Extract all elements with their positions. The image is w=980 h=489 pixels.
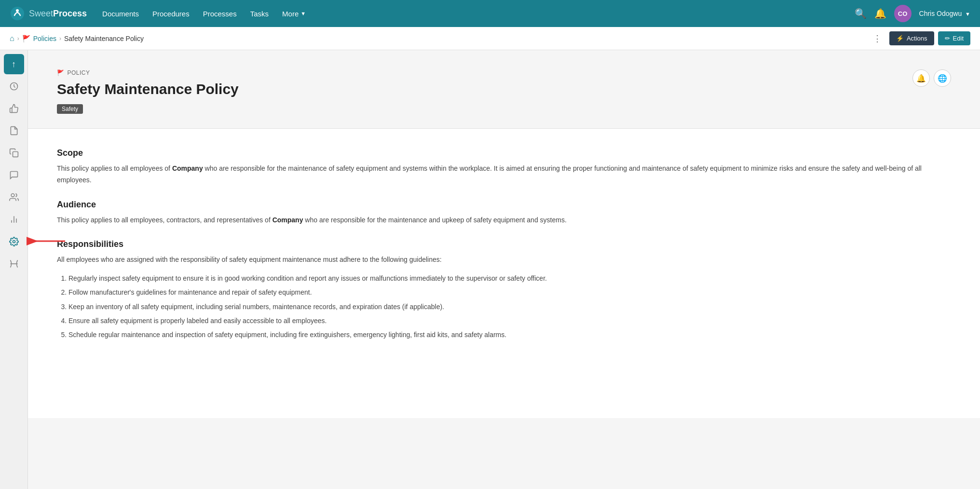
- nav-processes[interactable]: Processes: [203, 10, 237, 18]
- flag-icon: 🚩: [57, 69, 65, 76]
- sidebar-item-analytics[interactable]: [4, 209, 24, 230]
- policy-body: Scope This policy applies to all employe…: [28, 129, 980, 418]
- nav-documents[interactable]: Documents: [102, 10, 139, 18]
- breadcrumb-flag-icon: 🚩: [22, 35, 30, 42]
- responsibilities-intro: All employees who are assigned with the …: [57, 254, 951, 266]
- globe-icon: 🌐: [938, 74, 947, 83]
- lightning-icon: ⚡: [896, 35, 904, 42]
- policies-link[interactable]: Policies: [33, 35, 56, 42]
- scope-heading: Scope: [57, 148, 951, 158]
- nav-procedures[interactable]: Procedures: [152, 10, 190, 18]
- svg-point-8: [13, 241, 15, 243]
- nav-more[interactable]: More ▼: [282, 10, 306, 18]
- svg-point-4: [11, 194, 14, 197]
- policy-header-icons: 🔔 🌐: [912, 69, 951, 87]
- breadcrumb-bar: ⌂ › 🚩 Policies › Safety Maintenance Poli…: [0, 27, 980, 50]
- logo-sweet: Sweet: [29, 9, 53, 18]
- breadcrumb: ⌂ › 🚩 Policies › Safety Maintenance Poli…: [10, 34, 144, 43]
- svg-point-0: [11, 7, 24, 20]
- logo[interactable]: SweetProcess: [10, 6, 87, 21]
- sidebar-item-comment[interactable]: [4, 165, 24, 185]
- nav-links: Documents Procedures Processes Tasks Mor…: [102, 10, 839, 18]
- bell-icon: 🔔: [874, 8, 886, 19]
- sidebar-item-copy[interactable]: [4, 143, 24, 163]
- scope-text: This policy applies to all employees of …: [57, 163, 951, 186]
- upload-icon: ↑: [12, 59, 16, 69]
- list-item: Regularly inspect safety equipment to en…: [68, 272, 951, 285]
- sidebar-item-like[interactable]: [4, 98, 24, 119]
- bell-icon: 🔔: [916, 74, 926, 83]
- sidebar-item-settings[interactable]: [4, 231, 24, 252]
- svg-point-1: [16, 9, 19, 12]
- svg-rect-3: [13, 152, 18, 157]
- list-item: Follow manufacturer's guidelines for mai…: [68, 286, 951, 299]
- breadcrumb-current: Safety Maintenance Policy: [64, 35, 144, 42]
- content-area: 🚩 POLICY Safety Maintenance Policy Safet…: [28, 50, 980, 489]
- notifications-button[interactable]: 🔔: [874, 8, 886, 19]
- more-options-button[interactable]: ⋮: [869, 31, 885, 46]
- nav-tasks[interactable]: Tasks: [250, 10, 269, 18]
- avatar: CO: [894, 5, 912, 22]
- policy-type-label: 🚩 POLICY: [57, 69, 951, 76]
- list-item: Schedule regular maintenance and inspect…: [68, 329, 951, 341]
- nav-right: 🔍 🔔 CO Chris Odogwu ▼: [855, 5, 970, 22]
- policy-title: Safety Maintenance Policy: [57, 81, 951, 97]
- globe-button[interactable]: 🌐: [934, 69, 951, 87]
- sidebar-item-history[interactable]: [4, 76, 24, 96]
- search-button[interactable]: 🔍: [855, 8, 867, 19]
- breadcrumb-actions: ⋮ ⚡ Actions ✏ Edit: [869, 31, 970, 46]
- search-icon: 🔍: [855, 8, 867, 19]
- audience-text: This policy applies to all employees, co…: [57, 215, 951, 226]
- logo-process: Process: [53, 9, 87, 18]
- breadcrumb-separator-1: ›: [17, 35, 19, 42]
- list-item: Ensure all safety equipment is properly …: [68, 315, 951, 327]
- sidebar-item-upload[interactable]: ↑: [4, 54, 24, 74]
- bell-subscribe-button[interactable]: 🔔: [912, 69, 930, 87]
- policy-header: 🚩 POLICY Safety Maintenance Policy Safet…: [28, 50, 980, 129]
- sidebar-item-users[interactable]: [4, 187, 24, 207]
- audience-heading: Audience: [57, 200, 951, 210]
- policy-tag: Safety: [57, 104, 83, 114]
- top-navigation: SweetProcess Documents Procedures Proces…: [0, 0, 980, 27]
- sidebar-item-document[interactable]: [4, 121, 24, 141]
- sidebar-item-flow[interactable]: [4, 254, 24, 274]
- home-link[interactable]: ⌂: [10, 34, 14, 43]
- chevron-down-icon: ▼: [965, 11, 970, 17]
- user-name[interactable]: Chris Odogwu ▼: [919, 10, 970, 17]
- edit-icon: ✏: [945, 35, 950, 42]
- actions-button[interactable]: ⚡ Actions: [889, 31, 934, 45]
- main-layout: ↑: [0, 50, 980, 489]
- chevron-down-icon: ▼: [300, 11, 306, 16]
- sidebar: ↑: [0, 50, 28, 489]
- edit-button[interactable]: ✏ Edit: [938, 31, 970, 45]
- responsibilities-list: Regularly inspect safety equipment to en…: [68, 272, 951, 341]
- list-item: Keep an inventory of all safety equipmen…: [68, 301, 951, 313]
- breadcrumb-separator-2: ›: [59, 35, 61, 42]
- responsibilities-heading: Responsibilities: [57, 239, 951, 249]
